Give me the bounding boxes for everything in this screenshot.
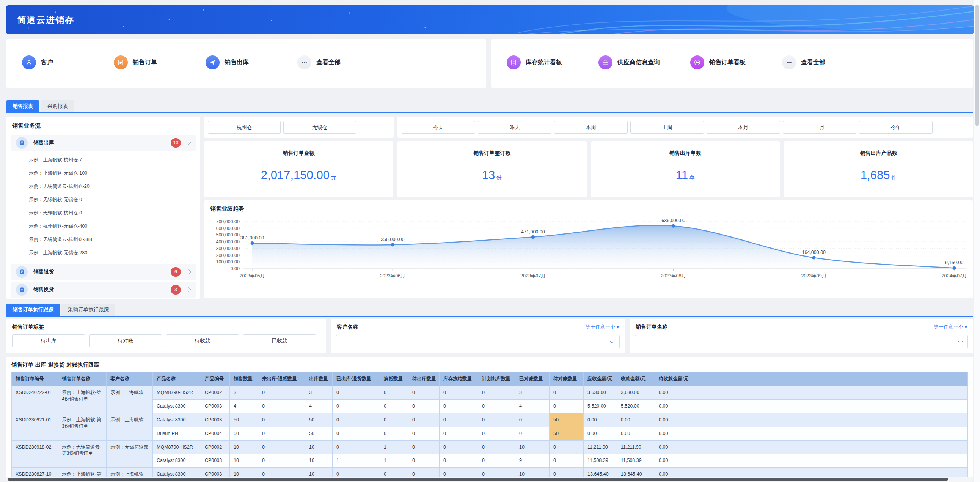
- table-cell: 0: [439, 440, 478, 454]
- order-name-select[interactable]: [635, 335, 968, 348]
- quick-app-user[interactable]: 客户: [22, 56, 114, 69]
- table-row[interactable]: XSDD230918-02示例：无锡简道云-第3份销售订单示例：无锡简道云MQM…: [12, 440, 968, 454]
- table-row[interactable]: XSDD230827-10示例：上海帆软-第1份销售订单示例：上海帆软Catal…: [12, 468, 968, 477]
- table-cell: MQM8790-HS2R: [153, 440, 201, 454]
- table-row[interactable]: XSDD230921-01示例：上海帆软-第3份销售订单示例：上海帆软Catal…: [12, 413, 968, 426]
- quick-app-kanban[interactable]: 销售订单看板: [690, 56, 782, 69]
- time-filter-button[interactable]: 今年: [859, 121, 932, 134]
- table-cell: 0: [258, 386, 305, 400]
- time-filter-button[interactable]: 昨天: [478, 121, 551, 134]
- order-operator-link[interactable]: 等于任意一个 ▾: [934, 324, 967, 330]
- table-cell: 0: [515, 426, 550, 440]
- table-filler-cell: [697, 413, 968, 426]
- quick-app-order[interactable]: 销售订单: [114, 56, 205, 69]
- time-filter-button[interactable]: 本周: [554, 121, 628, 134]
- table-cell: 10: [515, 440, 550, 454]
- sidebar-item[interactable]: 示例：上海帆软-无锡仓-280: [6, 246, 200, 260]
- svg-text:2024年07月: 2024年07月: [942, 273, 967, 279]
- tracking-tab[interactable]: 采购订单执行跟踪: [61, 303, 115, 316]
- sidebar-group-销售出库[interactable]: 销售出库13: [11, 135, 196, 151]
- sidebar-group-销售换货[interactable]: 销售换货3: [11, 282, 196, 298]
- sidebar-group-销售退货[interactable]: 销售退货6: [11, 264, 196, 280]
- table-header-cell: 产品编号: [201, 372, 230, 386]
- horizontal-scrollbar[interactable]: [6, 477, 973, 482]
- tracking-tab[interactable]: 销售订单执行跟踪: [6, 303, 60, 316]
- table-cell: 0.00: [584, 413, 617, 426]
- table-row[interactable]: Dusun Pi4CP000450050000000500.000.000.00: [12, 426, 968, 440]
- kpi-title: 销售出库单数: [591, 150, 780, 157]
- quick-app-send[interactable]: 销售出库: [205, 56, 298, 69]
- report-tab[interactable]: 采购报表: [41, 100, 74, 112]
- horizontal-scrollbar-thumb[interactable]: [8, 478, 948, 481]
- table-cell: CP0002: [201, 386, 230, 400]
- table-header-cell: 换货数量: [380, 372, 409, 386]
- tracking-tabbar: 销售订单执行跟踪采购订单执行跟踪: [6, 303, 973, 316]
- vertical-scrollbar-thumb[interactable]: [975, 5, 979, 126]
- report-tabbar: 销售报表采购报表: [6, 100, 973, 113]
- order-tag-filter-button[interactable]: 待出库: [12, 334, 85, 347]
- table-header-row: 销售订单编号销售订单名称客户名称产品名称产品编号销售数量未出库-退货数量出库数量…: [12, 372, 968, 386]
- order-tag-filter-button[interactable]: 待收款: [166, 334, 239, 347]
- time-filter-button[interactable]: 本月: [706, 121, 780, 134]
- table-cell: 0: [550, 468, 584, 477]
- sidebar-item[interactable]: 示例：杭州帆软-无锡仓-400: [6, 220, 200, 233]
- table-header-cell: 销售数量: [230, 372, 258, 386]
- table-row[interactable]: XSDD240722-01示例：上海帆软-第4份销售订单示例：上海帆软MQM87…: [12, 386, 968, 400]
- table-cell: 5,520.00: [617, 399, 655, 413]
- table-header-cell: 待对账数量: [550, 372, 584, 386]
- svg-text:500,000.00: 500,000.00: [216, 232, 240, 238]
- table-cell: 13,645.40: [584, 468, 617, 477]
- sidebar-item[interactable]: 示例：无锡帆软-杭州仓-0: [6, 206, 200, 220]
- sidebar-item[interactable]: 示例：上海帆软-无锡仓-100: [6, 167, 200, 180]
- customer-name-select[interactable]: [336, 335, 620, 348]
- table-cell: 1: [380, 440, 409, 454]
- table-row[interactable]: Catalyst 8300CP000310010110009011,508.39…: [12, 454, 968, 468]
- svg-text:300,000.00: 300,000.00: [216, 246, 240, 251]
- quick-app-ellipsis[interactable]: 查看全部: [298, 56, 389, 69]
- table-cell: 0.00: [584, 426, 617, 440]
- order-tag-filter-button[interactable]: 待对账: [89, 334, 162, 347]
- order-name-cell: 示例：无锡简道云-第3份销售订单: [58, 440, 107, 468]
- table-cell: CP0002: [201, 440, 230, 454]
- svg-text:600,000.00: 600,000.00: [216, 226, 240, 231]
- table-cell: 0: [332, 386, 380, 400]
- sidebar-item[interactable]: 示例：无锡简道云-杭州仓-388: [6, 233, 200, 246]
- table-cell: 3,630.00: [584, 386, 617, 400]
- kpi-unit: 份: [496, 174, 502, 180]
- table-row[interactable]: Catalyst 8300CP000340400000405,520.005,5…: [12, 399, 968, 413]
- quick-app-label: 查看全部: [316, 59, 340, 66]
- sidebar-item[interactable]: 示例：无锡简道云-杭州仓-20: [6, 180, 200, 193]
- warehouse-filter-button[interactable]: 杭州仓: [208, 121, 281, 134]
- sidebar-item[interactable]: 示例：无锡帆软-无锡仓-0: [6, 193, 200, 206]
- sales-flow-title: 销售业务流: [6, 117, 200, 133]
- customer-cell: 示例：无锡简道云: [107, 440, 153, 468]
- quick-app-briefcase[interactable]: 供应商信息查询: [598, 56, 690, 69]
- kpi-value: 13份: [398, 169, 587, 182]
- table-cell: 0: [258, 413, 305, 426]
- vertical-scrollbar[interactable]: [974, 0, 980, 482]
- database-icon: [507, 56, 521, 69]
- quick-app-database[interactable]: 库存统计看板: [507, 56, 598, 69]
- order-tag-filter-button[interactable]: 已收款: [243, 334, 316, 347]
- table-cell: 50: [550, 426, 584, 440]
- warehouse-filter-button[interactable]: 无锡仓: [283, 121, 356, 134]
- report-tab[interactable]: 销售报表: [6, 100, 40, 112]
- table-cell: 50: [230, 413, 258, 426]
- table-cell: 10: [230, 440, 258, 454]
- quick-access-right-panel: 库存统计看板供应商信息查询销售订单看板查看全部: [491, 40, 973, 88]
- table-cell: 11,508.39: [584, 454, 617, 468]
- briefcase-icon: [598, 56, 612, 69]
- table-cell: 10: [305, 440, 332, 454]
- svg-text:100,000.00: 100,000.00: [216, 259, 240, 265]
- table-cell: 0: [409, 386, 439, 400]
- quick-app-ellipsis[interactable]: 查看全部: [782, 56, 874, 69]
- time-filter-button[interactable]: 上周: [630, 121, 704, 134]
- time-filter-button[interactable]: 今天: [402, 121, 475, 134]
- sidebar-item[interactable]: 示例：上海帆软-杭州仓-7: [6, 153, 200, 167]
- order-name-cell: 示例：上海帆软-第3份销售订单: [58, 413, 107, 440]
- chevron-down-icon: [610, 338, 615, 343]
- banner-decoration: [6, 5, 974, 34]
- kpi-card: 销售订单金额2,017,150.00元: [204, 141, 393, 197]
- customer-operator-link[interactable]: 等于任意一个 ▾: [585, 324, 619, 330]
- time-filter-button[interactable]: 上月: [783, 121, 856, 134]
